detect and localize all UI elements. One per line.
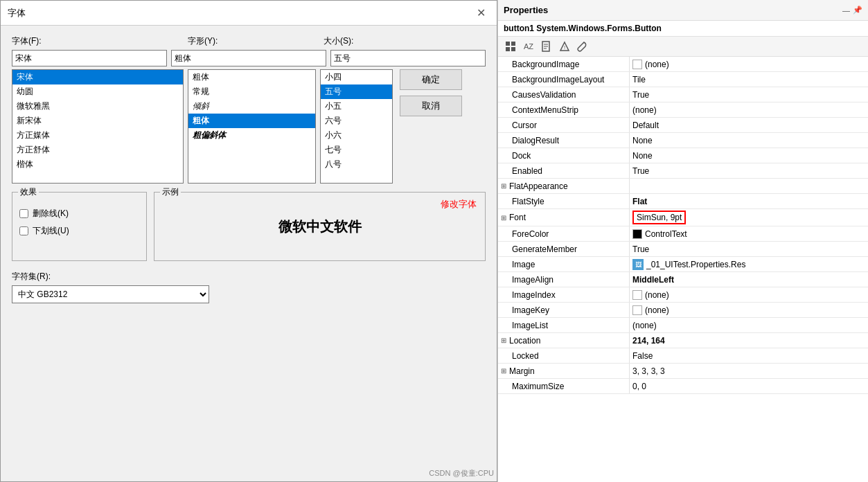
prop-name: DialogResult	[498, 133, 630, 148]
prop-value: 214, 164	[630, 333, 868, 348]
list-item[interactable]: 新宋体	[12, 114, 183, 128]
prop-value: MiddleLeft	[630, 272, 868, 287]
list-item[interactable]: 粗偏斜体	[188, 128, 315, 143]
expand-icon[interactable]: ⊞	[501, 214, 506, 222]
list-item[interactable]: 五号	[321, 84, 392, 99]
prop-value: True	[630, 242, 868, 256]
properties-toolbar: AZ !	[498, 37, 868, 57]
list-item[interactable]: 常规	[188, 84, 315, 99]
color-swatch	[632, 60, 642, 69]
prop-pin-button[interactable]: 📌	[853, 6, 862, 15]
prop-name: CausesValidation	[498, 87, 630, 102]
prop-value: 🖼 _01_UITest.Properties.Res	[630, 257, 868, 271]
prop-alphabetical-button[interactable]: AZ	[520, 39, 537, 54]
preview-label: 示例	[160, 186, 181, 198]
dialog-close-button[interactable]: ✕	[472, 5, 490, 21]
image-thumbnail: 🖼	[632, 259, 644, 270]
prop-name: ForeColor	[498, 226, 630, 241]
expand-icon[interactable]: ⊞	[501, 367, 506, 375]
prop-categorized-button[interactable]	[502, 39, 519, 54]
list-item[interactable]: 六号	[321, 114, 392, 128]
font-size-input[interactable]	[330, 50, 486, 66]
list-item[interactable]: 楷体	[12, 157, 183, 172]
prop-events-button[interactable]: !	[556, 39, 573, 54]
list-item[interactable]: 微软雅黑	[12, 99, 183, 114]
prop-row-forecolor: ForeColor ControlText	[498, 226, 868, 242]
font-dialog: 字体 ✕ 字体(F): 字形(Y): 大小(S): 宋体 幼圆 微软雅黑 新宋体…	[0, 0, 497, 482]
svg-rect-2	[506, 47, 510, 51]
charset-select[interactable]: 中文 GB2312	[12, 285, 209, 303]
prop-row-contextmenustrip: ContextMenuStrip (none)	[498, 102, 868, 118]
font-size-listbox[interactable]: 小四 五号 小五 六号 小六 七号 八号	[320, 69, 393, 184]
prop-row-imageindex: ImageIndex (none)	[498, 287, 868, 303]
prop-row-margin: ⊞Margin 3, 3, 3, 3	[498, 364, 868, 379]
font-style-header: 字形(Y):	[188, 35, 319, 47]
prop-row-maximumsize: MaximumSize 0, 0	[498, 379, 868, 394]
prop-value: ControlText	[630, 226, 868, 241]
prop-name: Dock	[498, 148, 630, 163]
svg-text:AZ: AZ	[524, 42, 533, 51]
prop-row-imagelist: ImageList (none)	[498, 318, 868, 333]
cancel-button[interactable]: 取消	[400, 96, 462, 116]
list-item[interactable]: 小五	[321, 99, 392, 114]
list-item[interactable]: 小四	[321, 70, 392, 84]
prop-name: ⊞Margin	[498, 364, 630, 378]
svg-rect-3	[511, 47, 515, 51]
underline-checkbox[interactable]: 下划线(U)	[19, 225, 139, 237]
prop-wrench-button[interactable]	[574, 39, 591, 54]
prop-pages-button[interactable]	[538, 39, 555, 54]
prop-name: Enabled	[498, 163, 630, 178]
properties-panel: Properties — 📌 button1 System.Windows.Fo…	[497, 0, 868, 482]
expand-icon[interactable]: ⊞	[501, 337, 506, 344]
watermark: CSDN @俊童:CPU	[429, 468, 494, 479]
color-swatch	[632, 290, 642, 300]
list-item[interactable]: 八号	[321, 157, 392, 172]
dialog-buttons: 确定 取消	[400, 69, 462, 184]
prop-value: None	[630, 133, 868, 148]
prop-row-flatappearance: ⊞FlatAppearance	[498, 179, 868, 194]
prop-name: Cursor	[498, 118, 630, 132]
font-name-input[interactable]	[12, 50, 167, 66]
prop-row-backgroundimagelayout: BackgroundImageLayout Tile	[498, 72, 868, 87]
prop-value: 0, 0	[630, 379, 868, 393]
strikethrough-checkbox[interactable]: 删除线(K)	[19, 208, 139, 220]
prop-name: GenerateMember	[498, 242, 630, 256]
ok-button[interactable]: 确定	[400, 69, 462, 90]
list-item[interactable]: 方正媒体	[12, 128, 183, 143]
underline-check[interactable]	[19, 226, 28, 235]
preview-box: 示例 微软中文软件 修改字体	[154, 192, 486, 261]
properties-table: BackgroundImage (none) BackgroundImageLa…	[498, 57, 868, 482]
strikethrough-check[interactable]	[19, 209, 28, 218]
font-name-listbox[interactable]: 宋体 幼圆 微软雅黑 新宋体 方正媒体 方正舒体 楷体	[12, 69, 184, 184]
list-item[interactable]: 宋体	[12, 70, 183, 84]
prop-minimize-button[interactable]: —	[842, 6, 850, 15]
properties-title: Properties	[504, 5, 548, 15]
list-item[interactable]: 倾斜	[188, 99, 315, 114]
prop-name: MaximumSize	[498, 379, 630, 393]
font-style-input[interactable]	[171, 50, 326, 66]
prop-row-font: ⊞Font SimSun, 9pt	[498, 209, 868, 226]
prop-row-causesvalidation: CausesValidation True	[498, 87, 868, 102]
underline-label: 下划线(U)	[33, 225, 69, 237]
prop-value	[630, 179, 868, 193]
list-item[interactable]: 粗体	[188, 114, 315, 128]
list-item[interactable]: 小六	[321, 128, 392, 143]
prop-name: ⊞Font	[498, 209, 630, 226]
list-item[interactable]: 方正舒体	[12, 143, 183, 157]
list-item[interactable]: 粗体	[188, 70, 315, 84]
prop-value: (none)	[630, 303, 868, 317]
font-size-header: 大小(S):	[324, 35, 486, 47]
prop-value: (none)	[630, 287, 868, 302]
lists-and-buttons: 宋体 幼圆 微软雅黑 新宋体 方正媒体 方正舒体 楷体 粗体 常规 倾斜 粗体 …	[12, 69, 486, 184]
font-style-listbox[interactable]: 粗体 常规 倾斜 粗体 粗偏斜体	[188, 69, 316, 184]
prop-value: False	[630, 348, 868, 363]
prop-row-image: Image 🖼 _01_UITest.Properties.Res	[498, 257, 868, 272]
prop-name: ImageKey	[498, 303, 630, 317]
bottom-section: 效果 删除线(K) 下划线(U) 示例 微软中文软件 修改字体	[12, 192, 486, 261]
prop-name: ⊞FlatAppearance	[498, 179, 630, 193]
list-item[interactable]: 七号	[321, 143, 392, 157]
expand-icon[interactable]: ⊞	[501, 182, 506, 190]
list-item[interactable]: 幼圆	[12, 84, 183, 99]
grid-icon	[505, 41, 516, 52]
prop-name: Locked	[498, 348, 630, 363]
